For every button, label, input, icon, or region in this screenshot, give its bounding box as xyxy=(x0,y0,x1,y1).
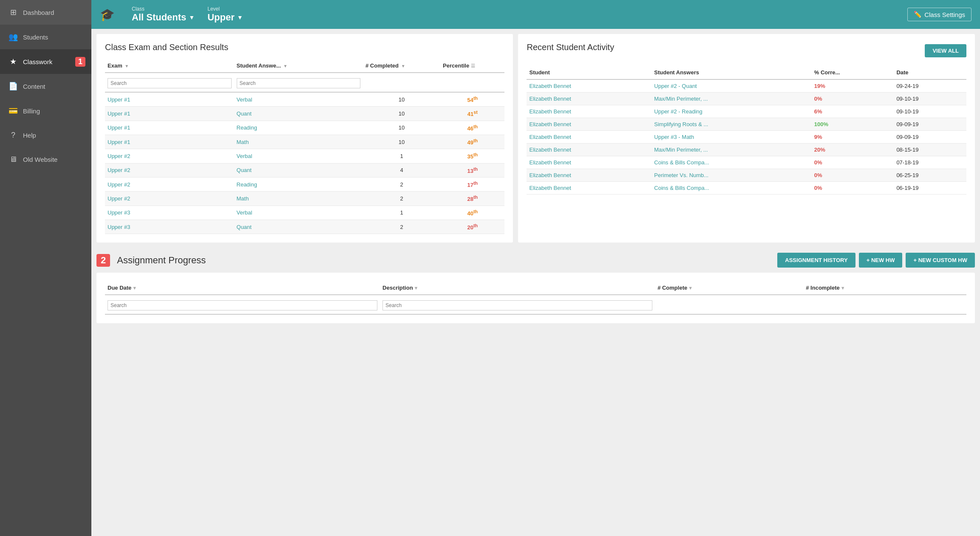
activity-cell-assignment[interactable]: Max/Min Perimeter, ... xyxy=(651,93,811,105)
exam-cell-exam[interactable]: Upper #2 xyxy=(105,149,234,163)
assignment-col-due-date[interactable]: Due Date ▼ xyxy=(105,281,380,295)
exam-cell-exam[interactable]: Upper #1 xyxy=(105,121,234,135)
assignment-table-panel: Due Date ▼ Description ▼ xyxy=(96,273,975,323)
activity-cell-assignment[interactable]: Perimeter Vs. Numb... xyxy=(651,169,811,182)
exam-table-row: Upper #2 Reading 2 17th xyxy=(105,177,504,191)
sidebar-item-label: Content xyxy=(23,83,45,90)
sidebar-item-label: Billing xyxy=(23,107,40,115)
activity-cell-student[interactable]: Elizabeth Bennet xyxy=(527,79,651,93)
header-class-selector: 🎓 Class All Students ▼ Level Upper ▼ xyxy=(100,6,243,23)
activity-cell-assignment[interactable]: Max/Min Perimeter, ... xyxy=(651,144,811,156)
exam-table-row: Upper #1 Reading 10 46th xyxy=(105,121,504,135)
exam-cell-exam[interactable]: Upper #1 xyxy=(105,107,234,121)
exam-cell-section[interactable]: Math xyxy=(234,135,363,149)
exam-col-completed[interactable]: # Completed ▼ xyxy=(363,59,440,73)
exam-cell-section[interactable]: Reading xyxy=(234,121,363,135)
exam-col-section[interactable]: Student Answe... ▼ xyxy=(234,59,363,73)
exam-cell-section[interactable]: Verbal xyxy=(234,149,363,163)
activity-cell-student[interactable]: Elizabeth Bennet xyxy=(527,118,651,131)
exam-cell-section[interactable]: Reading xyxy=(234,177,363,191)
exam-cell-percentile: 46th xyxy=(440,121,504,135)
sidebar-item-content[interactable]: 📄 Content xyxy=(0,74,91,99)
level-value[interactable]: Upper ▼ xyxy=(207,12,243,23)
help-icon: ? xyxy=(8,131,18,140)
activity-cell-date: 09-10-19 xyxy=(894,105,966,118)
sidebar-item-students[interactable]: 👥 Students xyxy=(0,25,91,49)
sidebar-item-help[interactable]: ? Help xyxy=(0,123,91,147)
activity-cell-assignment[interactable]: Upper #2 - Quant xyxy=(651,79,811,93)
main-area: 🎓 Class All Students ▼ Level Upper ▼ ✏️ … xyxy=(91,0,980,536)
exam-col-percentile[interactable]: Percentile ☰ xyxy=(440,59,504,73)
percentile-filter-icon: ☰ xyxy=(471,63,475,68)
activity-cell-assignment[interactable]: Upper #3 - Math xyxy=(651,131,811,144)
exam-cell-exam[interactable]: Upper #2 xyxy=(105,177,234,191)
settings-label: Class Settings xyxy=(924,11,965,18)
sidebar-item-classwork[interactable]: ★ Classwork 1 xyxy=(0,49,91,74)
assignment-table: Due Date ▼ Description ▼ xyxy=(105,281,966,315)
section-search-input[interactable] xyxy=(237,78,361,88)
exam-cell-percentile: 13th xyxy=(440,163,504,177)
due-date-search-input[interactable] xyxy=(108,300,377,310)
students-icon: 👥 xyxy=(8,32,18,42)
graduation-icon: 🎓 xyxy=(100,8,115,22)
activity-header: Recent Student Activity VIEW ALL xyxy=(527,42,966,59)
panels-row: Class Exam and Section Results Exam ▼ St… xyxy=(91,29,980,248)
activity-panel-title: Recent Student Activity xyxy=(527,42,614,52)
exam-cell-exam[interactable]: Upper #2 xyxy=(105,192,234,206)
view-all-button[interactable]: VIEW ALL xyxy=(925,44,966,57)
exam-cell-exam[interactable]: Upper #3 xyxy=(105,220,234,234)
level-dropdown[interactable]: Level Upper ▼ xyxy=(207,6,243,23)
sidebar-item-billing[interactable]: 💳 Billing xyxy=(0,99,91,123)
class-value[interactable]: All Students ▼ xyxy=(132,12,195,23)
class-settings-button[interactable]: ✏️ Class Settings xyxy=(907,8,972,21)
completed-sort-icon: ▼ xyxy=(401,64,405,68)
assignment-col-complete[interactable]: # Complete ▼ xyxy=(655,281,803,295)
exam-cell-section[interactable]: Math xyxy=(234,192,363,206)
sidebar-item-old-website[interactable]: 🖥 Old Website xyxy=(0,147,91,172)
assignment-col-incomplete[interactable]: # Incomplete ▼ xyxy=(803,281,966,295)
new-custom-hw-button[interactable]: + NEW CUSTOM HW xyxy=(906,253,975,268)
exam-cell-completed: 10 xyxy=(363,121,440,135)
activity-cell-percent: 0% xyxy=(812,169,894,182)
exam-search-input[interactable] xyxy=(108,78,232,88)
activity-cell-assignment[interactable]: Coins & Bills Compa... xyxy=(651,156,811,169)
exam-cell-section[interactable]: Quant xyxy=(234,107,363,121)
exam-cell-section[interactable]: Quant xyxy=(234,163,363,177)
assignment-col-description[interactable]: Description ▼ xyxy=(380,281,655,295)
activity-cell-student[interactable]: Elizabeth Bennet xyxy=(527,93,651,105)
exam-cell-exam[interactable]: Upper #2 xyxy=(105,163,234,177)
exam-cell-section[interactable]: Verbal xyxy=(234,206,363,220)
exam-cell-exam[interactable]: Upper #1 xyxy=(105,135,234,149)
activity-cell-assignment[interactable]: Simplifying Roots & ... xyxy=(651,118,811,131)
activity-cell-student[interactable]: Elizabeth Bennet xyxy=(527,182,651,195)
activity-cell-assignment[interactable]: Coins & Bills Compa... xyxy=(651,182,811,195)
description-search-cell xyxy=(380,295,655,314)
activity-cell-student[interactable]: Elizabeth Bennet xyxy=(527,169,651,182)
activity-cell-student[interactable]: Elizabeth Bennet xyxy=(527,105,651,118)
exam-cell-section[interactable]: Quant xyxy=(234,220,363,234)
assignment-history-button[interactable]: ASSIGNMENT HISTORY xyxy=(777,253,855,268)
activity-cell-student[interactable]: Elizabeth Bennet xyxy=(527,131,651,144)
new-hw-button[interactable]: + NEW HW xyxy=(859,253,903,268)
activity-cell-percent: 9% xyxy=(812,131,894,144)
level-dropdown-arrow: ▼ xyxy=(237,14,243,21)
exam-table-row: Upper #1 Quant 10 41st xyxy=(105,107,504,121)
billing-icon: 💳 xyxy=(8,106,18,116)
exam-cell-exam[interactable]: Upper #3 xyxy=(105,206,234,220)
exam-cell-completed: 1 xyxy=(363,206,440,220)
classwork-icon: ★ xyxy=(8,57,18,66)
sidebar-item-label: Help xyxy=(23,132,36,139)
exam-cell-exam[interactable]: Upper #1 xyxy=(105,92,234,107)
activity-table-row: Elizabeth Bennet Max/Min Perimeter, ... … xyxy=(527,144,966,156)
exam-cell-section[interactable]: Verbal xyxy=(234,92,363,107)
settings-edit-icon: ✏️ xyxy=(914,11,922,18)
description-search-input[interactable] xyxy=(382,300,652,310)
level-sub-label: Level xyxy=(207,6,243,12)
activity-cell-student[interactable]: Elizabeth Bennet xyxy=(527,144,651,156)
activity-cell-student[interactable]: Elizabeth Bennet xyxy=(527,156,651,169)
class-dropdown[interactable]: Class All Students ▼ xyxy=(132,6,195,23)
activity-cell-assignment[interactable]: Upper #2 - Reading xyxy=(651,105,811,118)
sidebar-item-dashboard[interactable]: ⊞ Dashboard xyxy=(0,0,91,25)
exam-col-exam[interactable]: Exam ▼ xyxy=(105,59,234,73)
exam-cell-completed: 4 xyxy=(363,163,440,177)
